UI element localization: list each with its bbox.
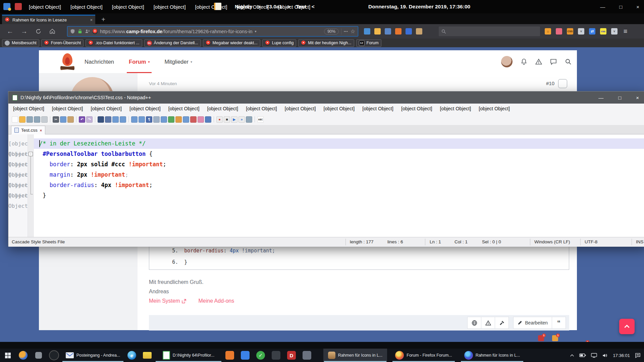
npp-menu-item[interactable]: [object Object] [129, 106, 161, 111]
doc-switcher-icon[interactable] [190, 116, 197, 123]
tracking-shield-icon[interactable] [70, 29, 75, 34]
bookmark-forum[interactable]: f-f Forum [356, 39, 381, 47]
bookmark-foren-uebersicht[interactable]: Foren-Übersicht [41, 39, 84, 47]
network-icon[interactable] [591, 353, 597, 358]
menu-icon[interactable]: ≡ [622, 28, 629, 35]
undo-icon[interactable]: ↶ [79, 116, 85, 123]
replace-icon[interactable] [105, 116, 111, 123]
menubar-item[interactable]: [object Object] [28, 4, 62, 10]
taskbar-task-button-1[interactable]: Rahmen für Icons in L... [323, 349, 387, 362]
share-globe-icon[interactable] [467, 317, 481, 329]
minimize-button[interactable]: — [600, 4, 605, 10]
forward-icon[interactable]: → [19, 26, 30, 37]
multiquote-checkbox[interactable] [558, 79, 567, 88]
addon-icon-5[interactable] [406, 28, 412, 35]
taskbar-app-icon-dark-circle[interactable] [46, 349, 62, 362]
nav-item-mitglieder[interactable]: Mitglieder▾ [164, 50, 192, 73]
css-lower-addon-icon[interactable]: css [600, 28, 606, 35]
npp-tab-testcss[interactable]: Test.css × [11, 126, 45, 134]
npp-menu-item[interactable]: [object Object] [13, 106, 44, 111]
taskbar-task-button-2[interactable]: Forum - Firefox Forum... [392, 349, 455, 362]
redo-icon[interactable]: ↷ [86, 116, 93, 123]
taskbar-app-icon-3[interactable]: ✓ [253, 349, 268, 362]
npp-editor[interactable]: [object Object][object Object][object Ob… [8, 134, 644, 237]
eol-format-status[interactable]: Windows (CR LF) [534, 237, 570, 247]
bookmark-ico-datei[interactable]: .ico-Datei funktioniert ... [86, 39, 142, 47]
npp-menu-item[interactable]: [object Object] [168, 106, 200, 111]
messages-chat-icon[interactable] [550, 58, 557, 65]
report-warning-icon[interactable] [481, 317, 495, 329]
paste-icon[interactable] [67, 116, 74, 123]
bookmark-meistbesucht[interactable]: Meistbesucht [2, 39, 39, 47]
taskbar-app-icon-6[interactable] [299, 349, 315, 362]
volume-icon[interactable] [602, 353, 608, 358]
npp-menu-item[interactable]: [object Object] [479, 106, 510, 111]
taskbar-app-icon-4[interactable] [268, 349, 284, 362]
macro-record-icon[interactable]: ● [216, 116, 223, 123]
tray-expand-chevron-icon[interactable] [570, 353, 574, 358]
menubar-item[interactable]: [object Object] [153, 4, 186, 10]
pilcrow-icon[interactable]: ¶ [146, 116, 152, 123]
search-input[interactable] [439, 26, 540, 36]
start-button[interactable] [0, 349, 15, 362]
v-addon-icon[interactable]: V [578, 28, 584, 35]
sync-addon-icon[interactable]: ⇄ [589, 28, 595, 35]
edit-button[interactable]: Bearbeiten [513, 317, 552, 329]
tray-app-icon-orange[interactable]: 1 [552, 335, 558, 341]
show-symbols-icon[interactable] [168, 116, 174, 123]
addon-icon-2[interactable] [374, 28, 381, 35]
sync-vertical-icon[interactable] [131, 116, 138, 123]
v2-addon-icon[interactable]: V [611, 28, 618, 35]
url-bar[interactable]: https://www.camp-firefox.de/forum/thema/… [67, 26, 358, 37]
bookmark-star-icon[interactable]: ☆ [351, 28, 355, 35]
post-number[interactable]: #10 [546, 80, 554, 86]
save-icon[interactable] [26, 116, 33, 123]
nav-item-nachrichten[interactable]: Nachrichten [85, 50, 114, 73]
moderation-hammer-icon[interactable] [495, 317, 509, 329]
user-avatar[interactable] [501, 56, 513, 67]
url-text[interactable]: https://www.camp-firefox.de/forum/thema/… [100, 29, 253, 34]
npp-menu-item[interactable]: [object Object] [52, 106, 83, 111]
spellcheck-icon[interactable]: ABC [257, 116, 264, 123]
zoom-level-badge[interactable]: 90% [324, 28, 339, 35]
new-tab-button[interactable]: + [99, 15, 108, 24]
taskbar-app-icon-gray[interactable] [31, 349, 46, 362]
quote-button[interactable]: “ [552, 317, 566, 329]
note-icon[interactable] [214, 3, 221, 10]
document-map-icon[interactable] [183, 116, 189, 123]
npp-menu-item[interactable]: [object Object] [91, 106, 122, 111]
taskbar-app-icon-5[interactable]: D [284, 349, 299, 362]
taskbar-app-icon-1[interactable] [222, 349, 237, 362]
npp-menu-item[interactable]: [object Object] [401, 106, 432, 111]
open-file-icon[interactable] [19, 116, 25, 123]
indent-guide-icon[interactable] [153, 116, 160, 123]
tray-app-icon-red[interactable]: 1 [538, 335, 544, 341]
bookmark-heutige-nightly[interactable]: Mit der heutigen Nigh... [298, 39, 354, 47]
word-wrap-icon[interactable] [161, 116, 167, 123]
save-all-icon[interactable] [34, 116, 40, 123]
npp-menu-item[interactable]: [object Object] [362, 106, 393, 111]
css-addon-icon[interactable]: CSS [567, 28, 573, 35]
mein-system-link[interactable]: Mein System [149, 298, 186, 304]
mail-icon[interactable] [198, 116, 204, 123]
taskbar-mail-button[interactable]: Posteingang - Andrea... [62, 349, 124, 362]
taskbar-task-button-3[interactable]: Rahmen für Icons in L... [460, 349, 524, 362]
new-file-icon[interactable] [12, 116, 18, 123]
notifications-bell-icon[interactable] [521, 58, 527, 65]
cut-icon[interactable]: ✂ [53, 116, 59, 123]
menubar-item[interactable]: [object Object] [195, 4, 228, 10]
taskbar-notepad-button[interactable]: D:\Nightly 64\Profilor... [155, 349, 222, 362]
npp-menu-item[interactable]: [object Object] [324, 106, 355, 111]
npp-close-button[interactable]: × [636, 95, 639, 101]
site-search-icon[interactable] [565, 58, 572, 65]
macro-play-icon[interactable]: ▶ [231, 116, 237, 123]
lupe-addon-icon[interactable]: ○ [545, 28, 551, 35]
page-actions-icon[interactable]: ••• [344, 30, 348, 33]
function-list-icon[interactable] [175, 116, 182, 123]
scroll-to-top-button[interactable] [619, 319, 635, 334]
taskbar-file-explorer-icon[interactable] [140, 349, 155, 362]
sync-horizontal-icon[interactable] [139, 116, 145, 123]
page-action-flame-icon[interactable] [92, 29, 98, 34]
npp-tab-close-icon[interactable]: × [40, 128, 42, 132]
preview-icon[interactable] [205, 116, 211, 123]
